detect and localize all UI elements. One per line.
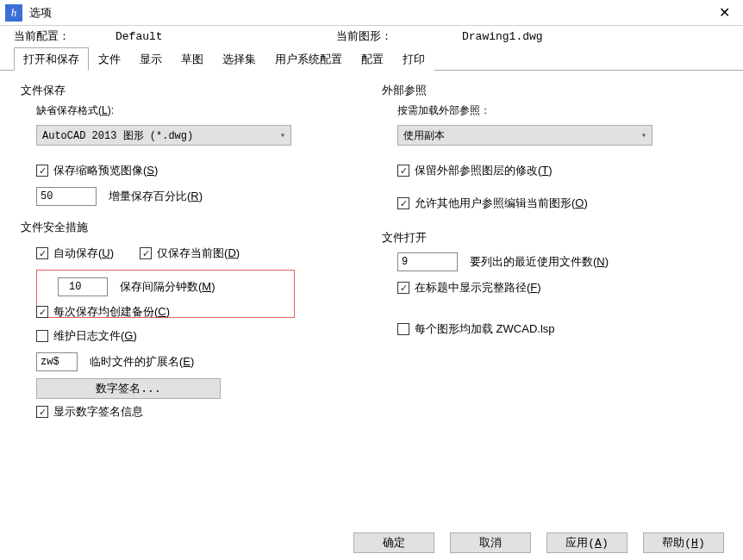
show-sig-checkbox[interactable] xyxy=(36,406,48,418)
thumbnail-label: 保存缩略预览图像(S) xyxy=(53,163,158,178)
tab-file[interactable]: 文件 xyxy=(89,47,130,71)
autosave-checkbox[interactable] xyxy=(36,247,48,259)
tab-open-save[interactable]: 打开和保存 xyxy=(14,47,89,71)
group-xref: 外部参照 按需加载外部参照： 使用副本 ▾ 保留外部参照图层的修改(T) 允许其… xyxy=(382,83,724,211)
tab-sketch[interactable]: 草图 xyxy=(172,47,213,71)
chevron-down-icon: ▾ xyxy=(280,130,285,140)
show-sig-label: 显示数字签名信息 xyxy=(53,404,143,420)
ok-button[interactable]: 确定 xyxy=(353,532,434,553)
autosave-interval-label: 保存间隔分钟数(M) xyxy=(120,279,215,295)
load-lsp-label: 每个图形均加载 ZWCAD.lsp xyxy=(415,321,555,337)
xref-demand-value: 使用副本 xyxy=(403,128,445,143)
xref-demand-select[interactable]: 使用副本 ▾ xyxy=(397,125,652,146)
backup-label: 每次保存均创建备份(C) xyxy=(53,304,170,320)
autosave-label: 自动保存(U) xyxy=(53,246,114,261)
incremental-save-input[interactable]: 50 xyxy=(36,187,97,206)
fullpath-label: 在标题中显示完整路径(F) xyxy=(415,280,541,296)
app-icon: h xyxy=(5,4,22,22)
save-format-value: AutoCAD 2013 图形 (*.dwg) xyxy=(42,128,193,143)
backup-checkbox[interactable] xyxy=(36,306,48,318)
current-drawing-label: 当前图形： xyxy=(336,28,462,44)
group-file-safety: 文件安全措施 自动保存(U) 仅保存当前图(D) xyxy=(21,220,363,420)
help-button[interactable]: 帮助(H) xyxy=(643,532,724,553)
only-current-checkbox[interactable] xyxy=(140,247,152,259)
group-file-save: 文件保存 缺省保存格式(L): AutoCAD 2013 图形 (*.dwg) … xyxy=(21,83,363,206)
logfile-checkbox[interactable] xyxy=(36,330,48,342)
xref-retain-label: 保留外部参照图层的修改(T) xyxy=(415,163,553,178)
header-info: 当前配置： Default 当前图形： Drawing1.dwg xyxy=(0,26,743,45)
logfile-label: 维护日志文件(G) xyxy=(53,328,137,344)
incremental-save-label: 增量保存百分比(R) xyxy=(109,189,203,204)
tab-selection[interactable]: 选择集 xyxy=(213,47,265,71)
footer-buttons: 确定 取消 应用(A) 帮助(H) xyxy=(353,532,724,553)
window-title: 选项 xyxy=(29,5,52,21)
current-profile-label: 当前配置： xyxy=(14,28,116,44)
temp-ext-label: 临时文件的扩展名(E) xyxy=(90,354,194,370)
fullpath-checkbox[interactable] xyxy=(397,282,409,294)
group-title-file-save: 文件保存 xyxy=(21,83,363,98)
xref-demand-label: 按需加载外部参照： xyxy=(397,103,724,118)
xref-retain-checkbox[interactable] xyxy=(397,165,409,177)
current-profile-value: Default xyxy=(116,30,336,43)
group-title-xref: 外部参照 xyxy=(382,83,724,98)
group-file-open: 文件打开 9 要列出的最近使用文件数(N) 在标题中显示完整路径(F) xyxy=(382,230,724,296)
tab-profiles[interactable]: 配置 xyxy=(352,47,393,71)
xref-allow-checkbox[interactable] xyxy=(397,197,409,209)
tabbar: 打开和保存 文件 显示 草图 选择集 用户系统配置 配置 打印 xyxy=(0,47,743,71)
load-lsp-checkbox[interactable] xyxy=(397,323,409,335)
tab-display[interactable]: 显示 xyxy=(130,47,172,71)
autosave-interval-input[interactable]: 10 xyxy=(58,277,108,296)
temp-ext-input[interactable]: zw$ xyxy=(36,352,78,371)
recent-count-label: 要列出的最近使用文件数(N) xyxy=(470,254,609,270)
tab-print[interactable]: 打印 xyxy=(393,47,434,71)
cancel-button[interactable]: 取消 xyxy=(450,532,531,553)
recent-count-input[interactable]: 9 xyxy=(397,252,458,271)
only-current-label: 仅保存当前图(D) xyxy=(157,246,240,261)
group-title-file-open: 文件打开 xyxy=(382,230,724,246)
chevron-down-icon: ▾ xyxy=(641,130,646,140)
digital-signature-button[interactable]: 数字签名... xyxy=(36,378,221,399)
xref-allow-label: 允许其他用户参照编辑当前图形(O) xyxy=(415,196,588,211)
current-drawing-value: Drawing1.dwg xyxy=(462,30,543,43)
tab-user-prefs[interactable]: 用户系统配置 xyxy=(265,47,352,71)
thumbnail-checkbox[interactable] xyxy=(36,165,48,177)
group-title-file-safety: 文件安全措施 xyxy=(21,220,363,235)
close-icon[interactable]: ✕ xyxy=(705,0,743,26)
apply-button[interactable]: 应用(A) xyxy=(546,532,627,553)
save-format-label: 缺省保存格式(L): xyxy=(36,103,363,118)
titlebar: h 选项 ✕ xyxy=(0,0,743,26)
save-format-select[interactable]: AutoCAD 2013 图形 (*.dwg) ▾ xyxy=(36,125,291,146)
